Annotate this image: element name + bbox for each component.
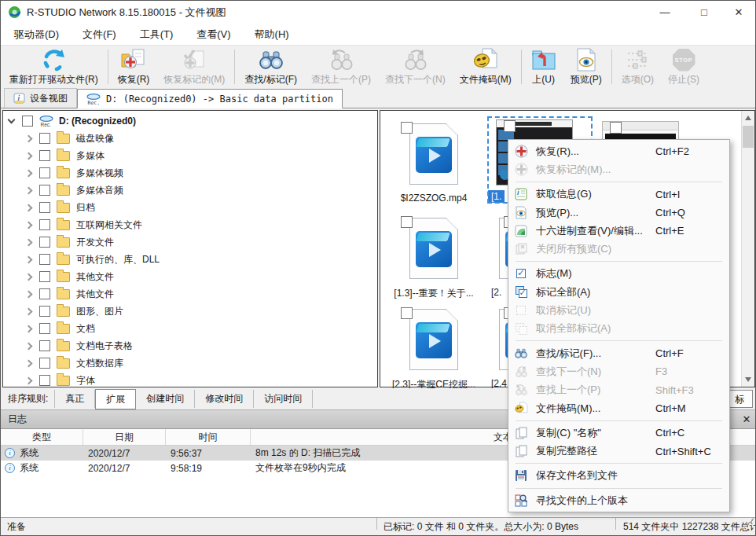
- menu-item-save-filenames[interactable]: 保存文件名到文件: [508, 467, 729, 485]
- menu-item-hex-view[interactable]: 十六进制查看(V)/编辑... Ctrl+E: [508, 222, 729, 240]
- checkbox[interactable]: [401, 216, 413, 228]
- checkbox[interactable]: [401, 307, 413, 319]
- tree-item[interactable]: 其他文件: [3, 285, 377, 303]
- checkbox[interactable]: [39, 219, 50, 230]
- tree-item[interactable]: 开发文件: [3, 233, 377, 251]
- checkbox[interactable]: [39, 150, 50, 161]
- checkbox[interactable]: [39, 271, 50, 282]
- chevron-right-icon[interactable]: [25, 186, 33, 194]
- tree-item[interactable]: 其他文件: [3, 268, 377, 285]
- tree-item[interactable]: 文档: [3, 320, 377, 337]
- menu-item-recover[interactable]: 恢复(R)... Ctrl+F2: [508, 142, 729, 160]
- menu-item-unmark-all[interactable]: 取消全部标记(A): [508, 320, 729, 338]
- checkbox[interactable]: [39, 323, 50, 334]
- close-button[interactable]: ✕: [725, 1, 752, 24]
- menu-item-get-info[interactable]: i 获取信息(G) Ctrl+I: [508, 185, 729, 204]
- chevron-right-icon[interactable]: [25, 342, 33, 350]
- file-item[interactable]: [1.3]--重要！关于...: [382, 213, 486, 301]
- vertical-scrollbar[interactable]: [741, 111, 754, 387]
- file-item[interactable]: $I2ZSZOG.mp4: [382, 119, 486, 204]
- chevron-right-icon[interactable]: [25, 204, 33, 211]
- chevron-right-icon[interactable]: [25, 273, 33, 281]
- tree-item[interactable]: 归档: [3, 199, 377, 216]
- menu-view[interactable]: 查看(V): [185, 24, 242, 45]
- checkbox[interactable]: [39, 306, 50, 317]
- tree-item[interactable]: 多媒体音频: [3, 182, 377, 199]
- file-item[interactable]: [2.3]--掌握CE挖掘...: [382, 304, 486, 392]
- resize-grip[interactable]: [746, 518, 754, 526]
- find-mark-button[interactable]: 查找/标记(F): [237, 46, 304, 88]
- recover-button[interactable]: 恢复(R): [111, 46, 157, 88]
- menu-item-mark[interactable]: 标志(M): [508, 265, 729, 283]
- chevron-right-icon[interactable]: [25, 307, 33, 315]
- up-button[interactable]: 上(U): [524, 46, 563, 88]
- log-column-date[interactable]: 日期: [83, 429, 166, 445]
- chevron-right-icon[interactable]: [25, 221, 33, 229]
- log-column-type[interactable]: 类型: [1, 429, 83, 445]
- scroll-up-icon[interactable]: [745, 116, 751, 120]
- checkbox[interactable]: [39, 375, 50, 386]
- checkbox[interactable]: [39, 340, 50, 351]
- recover-marked-button[interactable]: 恢复标记的(M): [156, 46, 232, 88]
- checkbox[interactable]: [22, 116, 33, 127]
- chevron-right-icon[interactable]: [25, 359, 33, 367]
- menu-item-find-previous-version[interactable]: 寻找文件的上个版本: [508, 491, 729, 509]
- minimize-button[interactable]: —: [651, 1, 678, 24]
- menu-item-unmark[interactable]: 取消标记(U): [508, 301, 729, 319]
- reopen-drive-button[interactable]: 重新打开驱动文件(R): [2, 46, 105, 88]
- chevron-right-icon[interactable]: [25, 134, 33, 142]
- chevron-right-icon[interactable]: [25, 290, 33, 298]
- chevron-right-icon[interactable]: [25, 238, 33, 246]
- sort-tab-fragment[interactable]: 标: [726, 390, 753, 408]
- checkbox[interactable]: [39, 254, 50, 265]
- menu-item-recover-marked[interactable]: 恢复标记的(M)...: [508, 160, 729, 178]
- file-mask-button[interactable]: 文件掩码(M): [453, 46, 519, 88]
- menu-tools[interactable]: 工具(T): [128, 24, 185, 45]
- chevron-right-icon[interactable]: [25, 325, 33, 332]
- tab-recognized-partition[interactable]: Rec. D: (Recognized0) -> Basic data part…: [77, 89, 343, 108]
- chevron-right-icon[interactable]: [25, 255, 33, 263]
- log-column-time[interactable]: 时间: [166, 429, 251, 445]
- maximize-button[interactable]: □: [691, 1, 717, 24]
- tree-item[interactable]: 互联网相关文件: [3, 216, 377, 233]
- checkbox[interactable]: [610, 122, 622, 134]
- menu-item-copy-name[interactable]: 复制(C) "名称" Ctrl+C: [508, 424, 729, 442]
- log-close-icon[interactable]: ✕: [738, 410, 755, 428]
- tree-item[interactable]: 可执行的、库、DLL: [3, 251, 377, 268]
- menu-item-find-next[interactable]: 查找下一个(N) F3: [508, 362, 729, 380]
- tree-item[interactable]: 多媒体: [3, 147, 377, 164]
- checkbox[interactable]: [39, 288, 50, 299]
- menu-file[interactable]: 文件(F): [71, 24, 128, 45]
- find-next-button[interactable]: 查找下一个(N): [378, 46, 453, 88]
- sort-tab-extension[interactable]: 扩展: [95, 389, 136, 409]
- checkbox[interactable]: [39, 202, 50, 213]
- tree-item[interactable]: 文档电子表格: [3, 337, 377, 354]
- checkbox[interactable]: [39, 185, 50, 196]
- tab-device-view[interactable]: i 设备视图: [4, 88, 77, 108]
- tree-item[interactable]: 磁盘映像: [3, 130, 377, 147]
- menu-help[interactable]: 帮助(H): [243, 24, 301, 45]
- checkbox[interactable]: [401, 122, 413, 134]
- preview-button[interactable]: 预览(P): [563, 46, 609, 88]
- tree-item[interactable]: 多媒体视频: [3, 164, 377, 182]
- checkbox[interactable]: [39, 167, 50, 178]
- checkbox[interactable]: [39, 237, 50, 248]
- chevron-right-icon[interactable]: [25, 169, 33, 177]
- menu-item-copy-path[interactable]: 复制完整路径 Ctrl+Shift+C: [508, 442, 729, 460]
- menu-item-find-prev[interactable]: 查找上一个(P) Shift+F3: [508, 381, 729, 399]
- scrollbar-thumb[interactable]: [743, 126, 754, 148]
- sort-tab-created[interactable]: 创建时间: [136, 390, 195, 408]
- menu-item-preview[interactable]: 预览(P)... Ctrl+Q: [508, 204, 729, 222]
- menu-item-find-mark[interactable]: 查找/标记(F)... Ctrl+F: [508, 344, 729, 362]
- menu-item-mark-all[interactable]: 标记全部(A): [508, 283, 729, 301]
- chevron-right-icon[interactable]: [25, 152, 33, 160]
- tree-item[interactable]: 图形、图片: [3, 303, 377, 320]
- options-button[interactable]: 选项(O): [615, 46, 661, 88]
- menu-item-close-previews[interactable]: 关闭所有预览(C): [508, 240, 729, 258]
- sort-tab-real[interactable]: 真正: [54, 390, 95, 408]
- tree-item[interactable]: 文档数据库: [3, 354, 377, 372]
- find-prev-button[interactable]: 查找上一个(P): [304, 46, 378, 88]
- sort-tab-accessed[interactable]: 访问时间: [254, 390, 313, 408]
- checkbox[interactable]: [504, 120, 516, 132]
- checkbox[interactable]: [39, 133, 50, 144]
